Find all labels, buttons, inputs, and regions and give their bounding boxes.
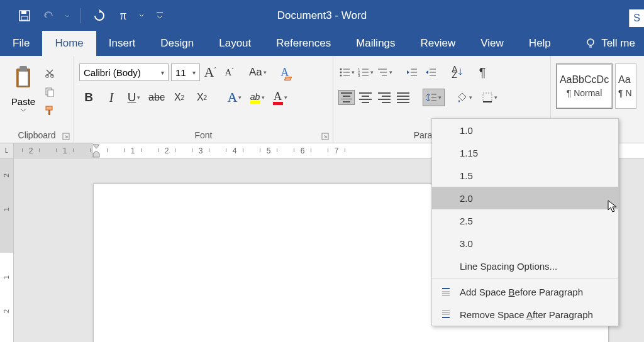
superscript-button[interactable]: X2 [194, 89, 210, 106]
save-icon[interactable] [15, 6, 34, 25]
line-spacing-icon [426, 92, 437, 103]
tab-file[interactable]: File [0, 31, 42, 56]
paste-button[interactable]: Paste [5, 60, 42, 112]
svg-rect-11 [46, 106, 52, 110]
svg-text:3: 3 [358, 74, 360, 77]
style-preview: AaBbCcDc [560, 74, 609, 86]
multilevel-list-button[interactable]: ▾ [376, 63, 392, 81]
align-center-button[interactable] [357, 90, 374, 105]
tab-mailings[interactable]: Mailings [343, 31, 408, 56]
group-clipboard-label: Clipboard [0, 128, 74, 143]
vertical-ruler[interactable]: 2 1 1 2 [0, 158, 14, 342]
cut-icon[interactable] [43, 66, 57, 80]
copy-icon[interactable] [43, 85, 57, 99]
quick-access-toolbar: π [0, 6, 169, 25]
line-spacing-option[interactable]: 3.0 [432, 232, 618, 255]
tab-home[interactable]: Home [42, 31, 96, 56]
chevron-down-icon: ▾ [192, 69, 196, 76]
style-next[interactable]: Aa ¶ N [615, 63, 636, 109]
increase-indent-button[interactable] [423, 63, 439, 81]
line-spacing-options[interactable]: Line Spacing Options... [432, 255, 618, 277]
group-clipboard: Paste Clipboard [0, 56, 74, 143]
lightbulb-icon [585, 38, 596, 49]
align-left-button[interactable] [338, 90, 355, 105]
line-spacing-menu: 1.0 1.15 1.5 2.0 2.5 3.0 Line Spacing Op… [431, 118, 619, 326]
remove-space-after-icon [438, 309, 453, 319]
svg-point-4 [587, 39, 594, 45]
svg-rect-10 [48, 90, 53, 97]
font-color-button[interactable]: A ▾ [272, 89, 288, 106]
shrink-font-button[interactable]: A˅ [221, 63, 238, 81]
font-name-value: Calibri (Body) [84, 67, 141, 78]
tell-me[interactable]: Tell me [576, 31, 644, 56]
tab-review[interactable]: Review [408, 31, 469, 56]
format-painter-icon[interactable] [43, 104, 57, 118]
tab-selector[interactable]: L [0, 143, 14, 158]
customize-qat-icon[interactable] [150, 6, 169, 25]
font-size-value: 11 [175, 67, 186, 78]
title-bar: π Document3 - Word S [0, 0, 644, 31]
equation-dropdown-icon[interactable] [138, 6, 145, 25]
svg-rect-2 [21, 16, 28, 20]
repeat-icon[interactable] [90, 6, 109, 25]
italic-button[interactable]: I [103, 89, 119, 106]
style-name: ¶ Normal [567, 88, 602, 98]
menu-item-label: Add Space Before Paragraph [460, 287, 583, 297]
redo-icon[interactable] [63, 6, 72, 25]
justify-button[interactable] [395, 90, 411, 105]
svg-point-15 [340, 69, 341, 70]
undo-icon[interactable] [39, 6, 58, 25]
line-spacing-option[interactable]: 2.0 [432, 187, 618, 209]
font-launcher-icon[interactable] [321, 133, 330, 141]
tab-help[interactable]: Help [516, 31, 564, 56]
share-button[interactable]: S [629, 9, 644, 27]
font-size-combo[interactable]: 11 ▾ [171, 63, 200, 81]
tab-view[interactable]: View [468, 31, 516, 56]
style-preview: Aa [618, 74, 631, 86]
strikethrough-button[interactable]: abc [148, 89, 165, 106]
equation-icon[interactable]: π [114, 6, 133, 25]
change-case-button[interactable]: Aa▾ [249, 63, 267, 81]
svg-rect-1 [21, 11, 26, 14]
tab-references[interactable]: References [264, 31, 343, 56]
tab-layout[interactable]: Layout [206, 31, 264, 56]
font-name-combo[interactable]: Calibri (Body) ▾ [79, 63, 169, 81]
show-marks-button[interactable]: ¶ [474, 63, 491, 81]
style-normal[interactable]: AaBbCcDc ¶ Normal [556, 63, 613, 109]
decrease-indent-button[interactable] [404, 63, 420, 81]
line-spacing-option[interactable]: 1.15 [432, 141, 618, 164]
line-spacing-button[interactable]: ▾ [423, 89, 445, 106]
sort-button[interactable]: AZ [449, 63, 465, 81]
tell-me-label: Tell me [601, 37, 635, 50]
paste-label: Paste [11, 96, 35, 107]
underline-button[interactable]: U▾ [126, 89, 142, 106]
clipboard-launcher-icon[interactable] [62, 133, 71, 141]
align-right-button[interactable] [376, 90, 392, 105]
line-spacing-option[interactable]: 2.5 [432, 209, 618, 232]
tab-insert[interactable]: Insert [96, 31, 148, 56]
line-spacing-option[interactable]: 1.5 [432, 164, 618, 187]
grow-font-button[interactable]: A˄ [203, 63, 219, 81]
highlight-button[interactable]: ab ▾ [249, 89, 265, 106]
add-space-before-icon [438, 287, 453, 297]
add-space-before[interactable]: Add Space Before Paragraph [432, 280, 618, 303]
svg-rect-12 [48, 110, 50, 115]
group-font-label: Font [74, 128, 333, 143]
menu-item-label: Remove Space After Paragraph [460, 309, 593, 320]
numbering-button[interactable]: 123▾ [357, 63, 374, 81]
svg-point-16 [340, 72, 341, 74]
svg-point-17 [340, 75, 341, 77]
ribbon-tabs: File Home Insert Design Layout Reference… [0, 31, 644, 56]
bold-button[interactable]: B [80, 89, 97, 106]
line-spacing-option[interactable]: 1.0 [432, 119, 618, 141]
clear-formatting-button[interactable]: A [277, 63, 293, 81]
tab-design[interactable]: Design [148, 31, 206, 56]
subscript-button[interactable]: X2 [171, 89, 187, 106]
bullets-button[interactable]: ▾ [338, 63, 355, 81]
shading-button[interactable]: ▾ [456, 89, 472, 106]
remove-space-after[interactable]: Remove Space After Paragraph [432, 303, 618, 326]
style-name: ¶ N [618, 88, 632, 98]
indent-marker-icon[interactable] [92, 143, 101, 158]
borders-button[interactable]: ▾ [481, 89, 497, 106]
text-effects-button[interactable]: A▾ [226, 89, 243, 106]
